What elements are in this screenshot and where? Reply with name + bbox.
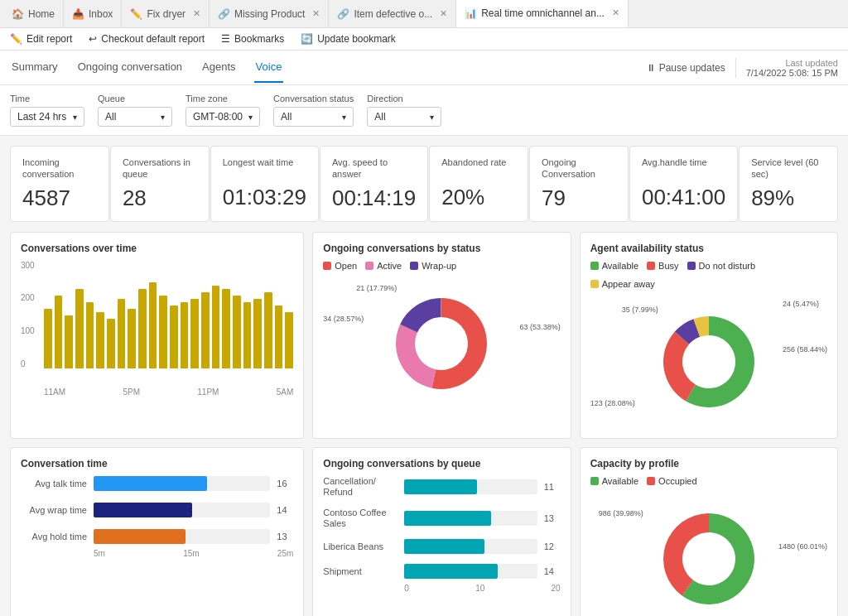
- tab-item-defective[interactable]: 🔗 Item defective o... ✕: [329, 0, 456, 27]
- hbar-hold-time: Avg hold time 13: [21, 529, 293, 544]
- checkout-button[interactable]: ↩ Checkout default report: [89, 33, 205, 45]
- tab-home[interactable]: 🏠 Home: [3, 0, 64, 27]
- close-tab-item-defective[interactable]: ✕: [440, 8, 447, 19]
- close-tab-real-time[interactable]: ✕: [612, 7, 619, 18]
- legend-busy: Busy: [647, 261, 678, 271]
- chart-ongoing-by-status: Ongoing conversations by status Open Act…: [312, 232, 571, 439]
- open-dot: [323, 262, 331, 270]
- bar-item: [181, 302, 189, 368]
- kpi-row: Incoming conversation 4587 Conversations…: [0, 136, 848, 232]
- bar-item: [253, 299, 262, 368]
- bar-item: [159, 296, 167, 368]
- nav-bar: Summary Ongoing conversation Agents Voic…: [0, 51, 848, 85]
- agent-donut-svg: [651, 304, 767, 420]
- last-updated: Last updated 7/14/2022 5:08: 15 PM: [735, 58, 838, 78]
- close-tab-missing-product[interactable]: ✕: [312, 8, 320, 19]
- hbar-wrap-time: Avg wrap time 14: [21, 503, 293, 517]
- label-35: 35 (7.99%): [622, 306, 658, 314]
- chart-agent-availability: Agent availability status Available Busy…: [580, 232, 838, 439]
- nav-tabs: Summary Ongoing conversation Agents Voic…: [10, 52, 646, 83]
- hbar-chart: Avg talk time 16 Avg wrap time 14 Avg ho…: [21, 476, 293, 544]
- conv-status-select[interactable]: All ▾: [273, 107, 354, 127]
- nav-tab-summary[interactable]: Summary: [10, 52, 60, 83]
- bar-item: [222, 289, 230, 368]
- available-dot: [590, 262, 599, 270]
- nav-tab-agents[interactable]: Agents: [200, 52, 237, 83]
- bar-item: [65, 315, 73, 368]
- bar-item: [128, 309, 136, 368]
- capacity-legend: Available Occupied: [590, 476, 827, 486]
- direction-select[interactable]: All ▾: [367, 107, 441, 127]
- tab-missing-product[interactable]: 🔗 Missing Product ✕: [210, 0, 329, 27]
- qbar-chart: Cancellation/ Refund 11 Contoso Coffee S…: [323, 476, 560, 580]
- kpi-incoming-conversation: Incoming conversation 4587: [10, 146, 109, 222]
- contoso-bar: [404, 511, 490, 526]
- inbox-icon: 📥: [72, 8, 84, 20]
- label-1480: 1480 (60.01%): [778, 542, 827, 551]
- timezone-select[interactable]: GMT-08:00 ▾: [186, 107, 260, 127]
- nav-tab-voice[interactable]: Voice: [254, 52, 284, 83]
- qbar-liberica: Liberica Beans 12: [323, 539, 560, 554]
- conv-status-arrow-icon: ▾: [342, 113, 346, 122]
- charts-row-1: Conversations over time 300 200 100 0 11…: [10, 232, 838, 439]
- kpi-conversations-queue: Conversations in queue 28: [110, 146, 210, 222]
- time-select[interactable]: Last 24 hrs ▾: [10, 107, 84, 127]
- tab-real-time[interactable]: 📊 Real time omnichannel an... ✕: [456, 0, 629, 27]
- bar-item: [233, 296, 241, 368]
- bar-item: [138, 289, 147, 368]
- filters-bar: Time Last 24 hrs ▾ Queue All ▾ Time zone…: [0, 85, 848, 136]
- bar-xaxis: 11AM 5PM 11PM 5AM: [44, 387, 293, 397]
- filter-conv-status: Conversation status All ▾: [273, 94, 354, 127]
- hbar-xaxis: 5m 15m 25m: [94, 549, 293, 558]
- capacity-donut: 986 (39.98%) 1480 (60.01%): [590, 493, 827, 616]
- charts-row-2: Conversation time Avg talk time 16 Avg w…: [10, 447, 838, 616]
- kpi-longest-wait: Longest wait time 01:03:29: [210, 146, 319, 222]
- chart-conversation-time: Conversation time Avg talk time 16 Avg w…: [10, 447, 304, 616]
- bar-item: [212, 286, 220, 368]
- bar-chart: 300 200 100 0: [21, 261, 293, 385]
- kpi-avg-handle: Avg.handle time 00:41:00: [629, 146, 738, 222]
- edit-icon: ✏️: [130, 8, 142, 20]
- label-63: 63 (53.38%): [520, 323, 561, 331]
- pause-updates-button[interactable]: ⏸ Pause updates: [646, 62, 725, 74]
- hold-time-bar: [94, 529, 186, 544]
- nav-right: ⏸ Pause updates Last updated 7/14/2022 5…: [646, 58, 838, 78]
- legend-active: Active: [365, 261, 402, 271]
- pause-icon: ⏸: [646, 62, 656, 74]
- wrap-time-bar: [94, 503, 192, 517]
- close-tab-fix-dryer[interactable]: ✕: [193, 8, 200, 19]
- bar-item: [75, 289, 84, 368]
- tab-inbox[interactable]: 📥 Inbox: [64, 0, 122, 27]
- kpi-avg-speed: Avg. speed to answer 00:14:19: [320, 146, 428, 222]
- ongoing-status-donut: 34 (28.57%) 63 (53.38%) 21 (17.79%): [323, 277, 560, 410]
- edit-report-button[interactable]: ✏️ Edit report: [10, 33, 72, 45]
- bar-item: [190, 299, 199, 368]
- qbar-xaxis: 0 10 20: [404, 584, 560, 593]
- queue-select[interactable]: All ▾: [98, 107, 172, 127]
- filter-queue: Queue All ▾: [98, 94, 172, 127]
- qbar-cancellation: Cancellation/ Refund 11: [323, 476, 560, 498]
- agent-availability-legend: Available Busy Do not disturb Appear awa…: [590, 261, 827, 289]
- label-123: 123 (28.08%): [590, 399, 635, 407]
- update-bookmark-button[interactable]: 🔄 Update bookmark: [301, 33, 396, 45]
- bookmarks-icon: ☰: [221, 33, 230, 45]
- filter-time: Time Last 24 hrs ▾: [10, 94, 84, 127]
- cancellation-bar: [404, 479, 477, 494]
- checkout-icon: ↩: [89, 33, 97, 45]
- bar-item: [107, 319, 115, 368]
- legend-wrapup: Wrap-up: [410, 261, 456, 271]
- bar-item: [118, 299, 126, 368]
- nav-tab-ongoing[interactable]: Ongoing conversation: [76, 52, 184, 83]
- tab-fix-dryer[interactable]: ✏️ Fix dryer ✕: [122, 0, 210, 27]
- agent-availability-donut: 123 (28.08%) 256 (58.44%) 35 (7.99%) 24 …: [590, 296, 827, 428]
- ongoing-status-legend: Open Active Wrap-up: [323, 261, 560, 271]
- label-986: 986 (39.98%): [599, 509, 643, 517]
- cap-available-dot: [590, 477, 599, 485]
- bar-item: [170, 306, 178, 368]
- chart-conversations-over-time: Conversations over time 300 200 100 0 11…: [10, 232, 304, 439]
- legend-dnd: Do not disturb: [687, 261, 755, 271]
- filter-timezone: Time zone GMT-08:00 ▾: [186, 94, 260, 127]
- qbar-shipment: Shipment 14: [323, 564, 560, 579]
- bookmarks-button[interactable]: ☰ Bookmarks: [221, 33, 284, 45]
- shipment-bar: [404, 564, 497, 579]
